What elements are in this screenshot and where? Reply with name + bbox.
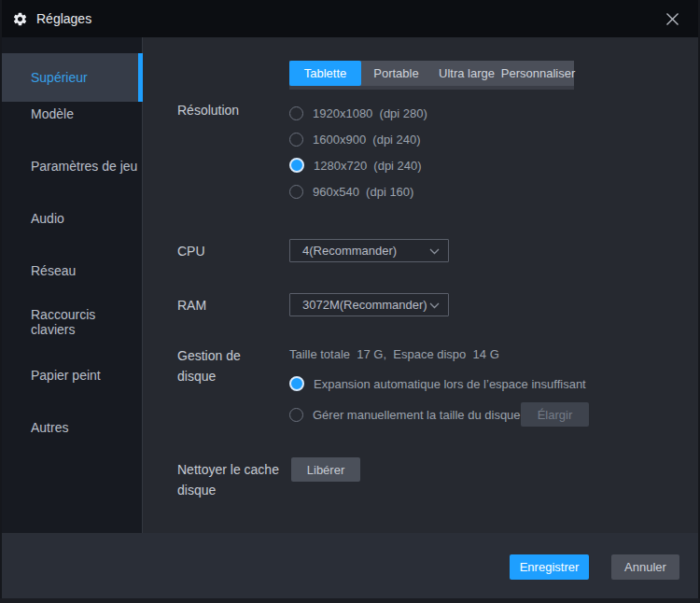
sidebar-item-modele[interactable]: Modèle xyxy=(0,90,143,138)
window-left-edge xyxy=(0,0,2,603)
chevron-down-icon xyxy=(429,248,440,255)
sidebar-item-label: Autres xyxy=(31,420,68,435)
sidebar-item-label: Modèle xyxy=(31,106,74,121)
radio-icon[interactable] xyxy=(289,185,303,199)
title-bar: Réglages xyxy=(0,0,700,37)
cancel-button[interactable]: Annuler xyxy=(611,554,679,580)
sidebar-item-label: Raccourcis claviers xyxy=(31,307,143,337)
sidebar-item-audio[interactable]: Audio xyxy=(0,194,143,243)
close-icon xyxy=(665,12,679,26)
tab-ultra-large[interactable]: Ultra large xyxy=(431,61,502,86)
resolution-option-1280x720[interactable]: 1280x720 (dpi 240) xyxy=(289,152,422,178)
cpu-select-value: 4(Recommander) xyxy=(302,244,397,258)
ram-select-value: 3072M(Recommander) xyxy=(302,298,427,312)
disk-option-manual[interactable]: Gérer manuellement la taille du disque xyxy=(289,401,521,428)
cache-label: Nettoyer le cache disque xyxy=(177,459,289,500)
radio-label: 1600x900 (dpi 240) xyxy=(313,133,421,147)
cpu-label: CPU xyxy=(177,241,205,261)
cpu-select[interactable]: 4(Recommander) xyxy=(289,239,449,262)
sidebar-item-label: Paramètres de jeu xyxy=(31,159,137,174)
resolution-tabs: Tablette Portable Ultra large Personnali… xyxy=(289,61,574,86)
radio-icon[interactable] xyxy=(289,133,303,147)
resolution-option-1600x900[interactable]: 1600x900 (dpi 240) xyxy=(289,126,421,152)
window-title: Réglages xyxy=(36,11,91,26)
disk-label: Gestion de disque xyxy=(177,345,282,386)
resolution-option-960x540[interactable]: 960x540 (dpi 160) xyxy=(289,178,413,204)
sidebar-item-label: Supérieur xyxy=(31,70,88,85)
radio-label: 1280x720 (dpi 240) xyxy=(314,159,422,173)
radio-label: 960x540 (dpi 160) xyxy=(313,185,413,199)
ram-select[interactable]: 3072M(Recommander) xyxy=(289,293,449,316)
chevron-down-icon xyxy=(429,302,440,309)
tab-portable[interactable]: Portable xyxy=(361,61,431,86)
sidebar-item-raccourcis-claviers[interactable]: Raccourcis claviers xyxy=(0,298,143,346)
tab-tablette[interactable]: Tablette xyxy=(289,61,361,86)
radio-icon[interactable] xyxy=(289,408,303,422)
clear-cache-button[interactable]: Libérer xyxy=(291,457,360,482)
close-button[interactable] xyxy=(651,0,693,37)
ram-label: RAM xyxy=(177,295,206,316)
save-button[interactable]: Enregistrer xyxy=(510,554,589,580)
tab-personnaliser[interactable]: Personnaliser xyxy=(502,61,574,86)
radio-icon-checked[interactable] xyxy=(289,158,304,173)
disk-option-auto-expand[interactable]: Expansion automatique lors de l’espace i… xyxy=(289,371,586,397)
sidebar-item-parametres-de-jeu[interactable]: Paramètres de jeu xyxy=(0,142,143,190)
sidebar-item-label: Audio xyxy=(31,211,64,226)
sidebar-item-label: Réseau xyxy=(31,263,76,278)
radio-icon-checked[interactable] xyxy=(289,376,304,391)
sidebar-item-label: Papier peint xyxy=(31,368,101,383)
sidebar-item-papier-peint[interactable]: Papier peint xyxy=(0,351,143,400)
disk-info: Taille totale 17 G, Espace dispo 14 G xyxy=(289,347,499,361)
sidebar-item-autres[interactable]: Autres xyxy=(0,403,143,452)
settings-panel: Résolution Tablette Portable Ultra large… xyxy=(144,37,700,533)
radio-icon[interactable] xyxy=(289,106,303,120)
radio-label: Expansion automatique lors de l’espace i… xyxy=(314,377,586,391)
radio-label: Gérer manuellement la taille du disque xyxy=(313,408,521,422)
resolution-option-1920x1080[interactable]: 1920x1080 (dpi 280) xyxy=(289,100,427,126)
resolution-label: Résolution xyxy=(177,100,239,120)
sidebar-item-reseau[interactable]: Réseau xyxy=(0,246,143,295)
sidebar: Supérieur Modèle Paramètres de jeu Audio… xyxy=(0,37,143,533)
window-bottom-edge xyxy=(0,598,700,603)
radio-label: 1920x1080 (dpi 280) xyxy=(313,106,427,120)
expand-disk-button[interactable]: Élargir xyxy=(521,402,589,427)
footer-bar: Enregistrer Annuler xyxy=(0,533,700,603)
gear-icon xyxy=(12,11,28,27)
